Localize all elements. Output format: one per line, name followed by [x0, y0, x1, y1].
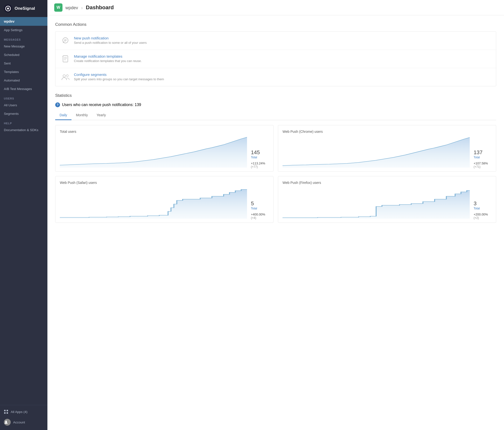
action-new-push-title: New push notification — [74, 36, 147, 40]
sidebar-section-messages: MESSAGES — [0, 34, 47, 42]
chart-safari-change: +400.00% — [251, 213, 269, 216]
common-actions-title: Common Actions — [55, 22, 496, 27]
tab-monthly[interactable]: Monthly — [72, 111, 92, 120]
sidebar-item-all-users[interactable]: All Users — [0, 101, 47, 110]
tab-daily[interactable]: Daily — [55, 111, 72, 120]
chart-total-users-label: Total — [251, 156, 269, 159]
onesignal-logo-icon — [4, 4, 12, 13]
chart-total-users-content: 145 Total +113.24% (+77) — [60, 136, 269, 169]
chart-safari-content: 5 Total +400.00% (+4) — [60, 187, 269, 220]
action-new-push-desc: Send a push notification to some or all … — [74, 41, 147, 45]
chart-total-users: Total users — [55, 125, 273, 172]
svg-point-17 — [66, 75, 68, 77]
chart-firefox-content: 3 Total +200.00% (+2) — [282, 187, 492, 220]
sidebar-account[interactable]: Account — [0, 416, 47, 428]
sidebar-item-sent[interactable]: Sent — [0, 59, 47, 68]
breadcrumb-separator: › — [81, 5, 83, 10]
sidebar-item-segments[interactable]: Segments — [0, 110, 47, 118]
action-new-push-text: New push notification Send a push notifi… — [74, 36, 147, 45]
chart-chrome-label: Total — [474, 156, 492, 159]
sidebar-item-scheduled[interactable]: Scheduled — [0, 51, 47, 59]
svg-rect-4 — [7, 410, 8, 411]
chart-firefox-users: Web Push (Firefox) users — [278, 176, 496, 223]
svg-rect-6 — [7, 412, 8, 414]
svg-rect-3 — [4, 410, 6, 411]
chart-chrome-change-sub: (+71) — [474, 165, 492, 169]
chart-safari-svg — [60, 187, 247, 220]
content-area: Common Actions New push notification Sen… — [47, 15, 504, 229]
users-count-label: Users who can receive push notifications… — [62, 103, 141, 107]
sidebar: OneSignal wpdev App Settings MESSAGES Ne… — [0, 0, 47, 430]
tab-yearly[interactable]: Yearly — [92, 111, 110, 120]
chart-chrome-svg — [282, 136, 470, 169]
chart-total-users-stats: 145 Total +113.24% (+77) — [247, 149, 269, 169]
action-segments-text: Configure segments Split your users into… — [74, 73, 164, 81]
action-templates-desc: Create notification templates that you c… — [74, 59, 142, 63]
chart-total-users-title: Total users — [60, 130, 269, 134]
action-new-push[interactable]: New push notification Send a push notifi… — [55, 32, 496, 50]
main-content: W wpdev › Dashboard Common Actions — [47, 0, 504, 430]
breadcrumb-app-name: wpdev — [65, 5, 78, 10]
sidebar-section-help: HELP — [0, 118, 47, 126]
apps-grid-icon — [4, 410, 8, 414]
chart-firefox-num: 3 — [474, 201, 492, 207]
svg-point-7 — [5, 421, 7, 422]
sidebar-item-templates[interactable]: Templates — [0, 68, 47, 76]
svg-point-2 — [7, 8, 9, 9]
stats-header: ? Users who can receive push notificatio… — [55, 102, 496, 107]
chart-safari-title: Web Push (Safari) users — [60, 181, 269, 185]
app-badge: W — [54, 3, 63, 12]
chart-chrome-title: Web Push (Chrome) users — [282, 130, 492, 134]
chart-safari-change-sub: (+4) — [251, 216, 269, 220]
svg-point-16 — [63, 75, 65, 77]
stats-tabs: Daily Monthly Yearly — [55, 111, 496, 120]
sidebar-all-apps[interactable]: All Apps (4) — [0, 407, 47, 416]
sidebar-section-users: USERS — [0, 93, 47, 101]
action-segments[interactable]: Configure segments Split your users into… — [55, 68, 496, 86]
chart-total-users-num: 145 — [251, 149, 269, 156]
sidebar-item-ab-test[interactable]: A/B Test Messages — [0, 85, 47, 93]
sidebar-item-new-message[interactable]: New Message — [0, 42, 47, 51]
question-icon: ? — [55, 102, 60, 107]
chart-safari-users: Web Push (Safari) users — [55, 176, 273, 223]
action-segments-title: Configure segments — [74, 73, 164, 77]
users-group-icon — [61, 73, 70, 82]
action-templates-title: Manage notification templates — [74, 54, 142, 58]
common-actions-card: New push notification Send a push notifi… — [55, 31, 496, 86]
chart-firefox-title: Web Push (Firefox) users — [282, 181, 492, 185]
charts-grid: Total users — [55, 125, 496, 223]
action-templates-text: Manage notification templates Create not… — [74, 54, 142, 63]
chart-safari-num: 5 — [251, 201, 269, 207]
chart-chrome-change: +107.58% — [474, 162, 492, 165]
chat-bubble-icon — [61, 36, 70, 45]
sidebar-item-automated[interactable]: Automated — [0, 76, 47, 85]
sidebar-logo: OneSignal — [0, 0, 47, 17]
chart-chrome-stats: 137 Total +107.58% (+71) — [470, 149, 492, 169]
svg-rect-12 — [63, 56, 68, 62]
page-title: Dashboard — [86, 4, 114, 10]
chart-firefox-change-sub: (+2) — [474, 216, 492, 220]
chart-total-users-svg — [60, 136, 247, 169]
chart-total-users-change: +113.24% — [251, 162, 269, 165]
statistics-title: Statistics — [55, 93, 496, 98]
document-icon — [61, 54, 70, 64]
chart-safari-label: Total — [251, 207, 269, 210]
chart-chrome-content: 137 Total +107.58% (+71) — [282, 136, 492, 169]
account-avatar — [4, 419, 11, 426]
svg-rect-5 — [4, 412, 6, 414]
sidebar-item-docs[interactable]: Documentation & SDKs — [0, 126, 47, 134]
chart-firefox-label: Total — [474, 207, 492, 210]
action-segments-desc: Split your users into groups so you can … — [74, 77, 164, 81]
person-icon — [4, 420, 8, 424]
chart-firefox-change: +200.00% — [474, 213, 492, 216]
chart-safari-stats: 5 Total +400.00% (+4) — [247, 201, 269, 220]
sidebar-app-item[interactable]: wpdev — [0, 17, 47, 26]
chart-firefox-svg — [282, 187, 470, 220]
action-templates[interactable]: Manage notification templates Create not… — [55, 50, 496, 68]
sidebar-logo-text: OneSignal — [15, 6, 35, 11]
chart-chrome-users: Web Push (Chrome) users — [278, 125, 496, 172]
breadcrumb: wpdev › Dashboard — [65, 4, 114, 11]
chart-total-users-change-sub: (+77) — [251, 165, 269, 169]
sidebar-item-app-settings[interactable]: App Settings — [0, 26, 47, 34]
chart-chrome-num: 137 — [474, 149, 492, 156]
